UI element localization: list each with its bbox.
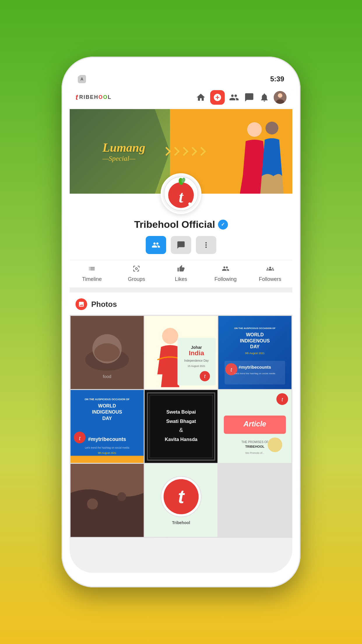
- svg-text:WORLD: WORLD: [246, 332, 264, 337]
- profile-section: t Tribehool Official ✓: [70, 194, 292, 288]
- svg-text:ON THE AUSPICIOUS OCCASION OF: ON THE AUSPICIOUS OCCASION OF: [85, 398, 130, 401]
- photo-item-8[interactable]: t Tribehool: [145, 464, 218, 537]
- logo-t-letter: t: [75, 93, 78, 102]
- svg-text:9th August 2021: 9th August 2021: [245, 352, 265, 355]
- banner-arrow-3: [179, 147, 188, 156]
- svg-text:#mytribecounts: #mytribecounts: [239, 365, 271, 370]
- photo-item-1[interactable]: food: [71, 316, 144, 389]
- profile-avatar: t: [161, 173, 201, 214]
- profile-name: Tribehool Official ✓: [134, 219, 228, 230]
- logo-name: RIBEHOOL: [79, 94, 112, 100]
- banner-title-main: Lumang: [102, 141, 145, 155]
- status-bar: A 5:39: [70, 71, 292, 86]
- svg-point-67: [117, 492, 126, 501]
- photo-item-2[interactable]: Johar India Independence Day 15 August 2…: [145, 316, 218, 389]
- photos-section: Photos food: [70, 293, 292, 538]
- tab-groups-label: Groups: [128, 276, 145, 282]
- svg-text:THE PROMISES OF: THE PROMISES OF: [241, 440, 268, 443]
- nav-bar: t RIBEHOOL: [70, 86, 292, 109]
- tab-groups[interactable]: Groups: [114, 260, 159, 288]
- svg-text:ON THE AUSPICIOUS OCCASION OF: ON THE AUSPICIOUS OCCASION OF: [234, 327, 276, 330]
- svg-text:15 August 2021: 15 August 2021: [187, 365, 205, 368]
- svg-point-3: [247, 122, 262, 137]
- svg-point-63: [268, 438, 282, 452]
- svg-point-14: [94, 343, 120, 362]
- user-avatar[interactable]: [274, 91, 287, 104]
- photo-item-6[interactable]: t Article THE PROMISES OF TRIBEHOOL We P…: [218, 390, 291, 463]
- photo-item-7[interactable]: [71, 464, 144, 537]
- svg-text:t: t: [178, 486, 185, 508]
- more-options-button[interactable]: [196, 236, 216, 254]
- svg-text:Independence Day: Independence Day: [184, 359, 209, 362]
- profile-tab-nav: Timeline Groups Likes: [70, 260, 292, 288]
- svg-text:Johar: Johar: [191, 345, 202, 350]
- message-button[interactable]: [171, 236, 191, 254]
- photo-grid: food: [70, 315, 292, 538]
- svg-text:TRIBEHOOL: TRIBEHOOL: [245, 445, 264, 448]
- likes-icon: [177, 265, 185, 274]
- svg-text:t: t: [179, 188, 184, 206]
- photo-item-3[interactable]: ON THE AUSPICIOUS OCCASION OF WORLD INDI…: [218, 316, 291, 389]
- svg-text:#mytribecounts: #mytribecounts: [88, 436, 126, 442]
- follow-button[interactable]: [146, 236, 166, 254]
- svg-text:Swati Bhagat: Swati Bhagat: [166, 418, 196, 424]
- photos-section-icon: [75, 298, 87, 310]
- svg-rect-47: [71, 456, 144, 463]
- svg-text:Let's trend the hashtag on soc: Let's trend the hashtag on social media: [235, 372, 276, 375]
- svg-text:India: India: [189, 349, 204, 357]
- photo-item-4[interactable]: ON THE AUSPICIOUS OCCASION OF WORLD INDI…: [71, 390, 144, 463]
- svg-text:food: food: [103, 374, 111, 379]
- scroll-content[interactable]: Lumang —Special—: [70, 109, 292, 573]
- svg-point-66: [87, 498, 98, 510]
- chat-icon[interactable]: [243, 92, 255, 103]
- banner-arrow-2: [171, 147, 180, 156]
- notifications-icon[interactable]: [259, 92, 270, 103]
- banner-title-sub: —Special—: [102, 155, 145, 162]
- tab-followers[interactable]: Followers: [248, 260, 292, 288]
- app-logo[interactable]: t RIBEHOOL: [75, 93, 191, 102]
- profile-action-buttons: [146, 236, 216, 254]
- tab-following-label: Following: [215, 276, 237, 282]
- photo-item-5[interactable]: Sweta Boipai Swati Bhagat & Kavita Hansd…: [145, 390, 218, 463]
- svg-text:Sweta Boipai: Sweta Boipai: [166, 409, 196, 414]
- verified-badge: ✓: [218, 220, 228, 230]
- friends-icon[interactable]: [228, 92, 240, 103]
- photos-title: Photos: [91, 300, 117, 309]
- timeline-icon: [88, 265, 96, 274]
- svg-text:DAY: DAY: [102, 415, 112, 421]
- followers-icon: [266, 265, 274, 274]
- status-time: 5:39: [270, 75, 284, 83]
- banner-left-panel: Lumang —Special—: [70, 109, 170, 194]
- tab-timeline[interactable]: Timeline: [70, 260, 114, 288]
- tab-timeline-label: Timeline: [82, 276, 102, 282]
- svg-point-1: [278, 93, 282, 97]
- svg-text:Tribehool: Tribehool: [172, 521, 190, 525]
- groups-icon: [133, 265, 140, 274]
- tab-followers-label: Followers: [259, 276, 281, 282]
- svg-text:INDIGENOUS: INDIGENOUS: [240, 338, 270, 343]
- home-icon[interactable]: [195, 92, 207, 103]
- profile-avatar-container: t: [161, 173, 201, 214]
- svg-text:INDIGENOUS: INDIGENOUS: [92, 409, 122, 414]
- tab-following[interactable]: Following: [203, 260, 248, 288]
- phone-shell: A 5:39 t RIBEHOOL: [61, 57, 301, 587]
- svg-text:We Promote of...: We Promote of...: [245, 452, 265, 454]
- tab-likes[interactable]: Likes: [159, 260, 203, 288]
- svg-text:Kavita Hansda: Kavita Hansda: [165, 437, 198, 442]
- screen: A 5:39 t RIBEHOOL: [70, 71, 292, 573]
- photos-header: Photos: [70, 293, 292, 315]
- status-indicator: A: [78, 75, 86, 83]
- following-icon: [222, 265, 229, 274]
- svg-point-10: [188, 202, 191, 205]
- svg-text:Article: Article: [243, 420, 266, 428]
- banner-arrow-1: [162, 147, 171, 156]
- add-post-button[interactable]: [210, 90, 225, 105]
- svg-text:WORLD: WORLD: [98, 403, 116, 408]
- svg-point-17: [162, 328, 178, 344]
- svg-text:Let's trend the hashtag on soc: Let's trend the hashtag on social media: [85, 446, 129, 449]
- tab-likes-label: Likes: [175, 276, 187, 282]
- svg-text:DAY: DAY: [250, 344, 260, 349]
- svg-text:&: &: [179, 427, 183, 433]
- banner-arrow-5: [197, 147, 206, 156]
- svg-text:9th August 2021: 9th August 2021: [98, 452, 116, 454]
